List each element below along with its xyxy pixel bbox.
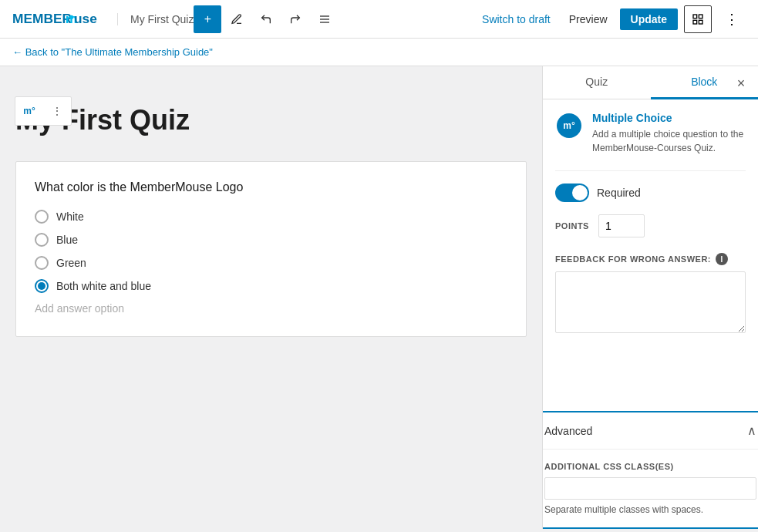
feedback-label: FEEDBACK FOR WRONG ANSWER: i	[555, 253, 746, 265]
view-toggle-button[interactable]	[684, 5, 712, 33]
preview-button[interactable]: Preview	[563, 8, 614, 30]
pen-icon	[231, 13, 243, 25]
answer-option-2: Blue	[35, 233, 507, 247]
answer-label-both: Both white and blue	[56, 280, 151, 292]
answer-option-1: White	[35, 210, 507, 224]
answer-label-green: Green	[56, 257, 86, 269]
logo-area: MEMBER m use My First Quiz	[12, 8, 194, 31]
list-icon	[318, 13, 331, 25]
required-label: Required	[597, 187, 641, 199]
advanced-section: Advanced ∧ ADDITIONAL CSS CLASS(ES) Sepa…	[542, 411, 758, 529]
advanced-label: Advanced	[544, 425, 592, 437]
logo-svg: MEMBER m use	[12, 8, 105, 31]
block-info: m° Multiple Choice Add a multiple choice…	[555, 112, 746, 155]
add-block-button[interactable]: +	[194, 5, 221, 33]
toolbar: +	[194, 5, 476, 33]
answer-options: White Blue Green Both white and blue	[35, 210, 507, 293]
quiz-title: My First Quiz	[15, 103, 527, 136]
info-icon[interactable]: i	[716, 253, 728, 265]
page-title-top: My First Quiz	[117, 13, 194, 25]
advanced-header[interactable]: Advanced ∧	[542, 412, 758, 449]
radio-blue[interactable]	[35, 233, 49, 247]
svg-point-3	[69, 15, 73, 19]
redo-button[interactable]	[281, 5, 309, 33]
svg-text:MEMBER: MEMBER	[12, 11, 72, 26]
feedback-label-text: FEEDBACK FOR WRONG ANSWER:	[555, 254, 711, 264]
mm-logo: MEMBER m use	[12, 8, 105, 31]
breadcrumb-link[interactable]: ← Back to "The Ultimate Membership Guide…	[12, 46, 213, 58]
editor-canvas: m° ⋮ My First Quiz What color is the Mem…	[15, 97, 527, 337]
css-classes-label: ADDITIONAL CSS CLASS(ES)	[544, 462, 756, 471]
editor-wrapper: m° ⋮ My First Quiz What color is the Mem…	[0, 66, 758, 529]
radio-green[interactable]	[35, 256, 49, 270]
more-options-button[interactable]: ⋮	[718, 5, 746, 33]
block-desc-text: Add a multiple choice question to the Me…	[592, 127, 746, 155]
css-classes-input[interactable]	[544, 477, 756, 500]
required-toggle[interactable]	[555, 184, 589, 202]
pen-button[interactable]	[223, 5, 251, 33]
block-icon-button[interactable]: m°	[15, 97, 43, 125]
block-mm-icon: m°	[23, 106, 35, 116]
undo-icon	[260, 13, 272, 25]
toolbar-actions: Switch to draft Preview Update ⋮	[476, 5, 746, 33]
quiz-title-block-wrapper: m° ⋮ My First Quiz	[15, 97, 527, 143]
update-button[interactable]: Update	[620, 8, 678, 30]
block-icon-inner: m°	[557, 113, 581, 138]
block-toolbar-title: m° ⋮	[15, 96, 72, 126]
chevron-up-icon: ∧	[747, 423, 756, 438]
block-more-button[interactable]: ⋮	[43, 97, 71, 125]
sidebar-tabs: Quiz Block ×	[543, 66, 758, 99]
sidebar-divider	[555, 170, 746, 171]
switch-draft-button[interactable]: Switch to draft	[476, 8, 557, 30]
radio-white[interactable]	[35, 210, 49, 224]
points-label: POINTS	[555, 221, 589, 231]
sidebar-close-button[interactable]: ×	[730, 72, 752, 94]
svg-rect-9	[699, 20, 702, 24]
quiz-title-block: My First Quiz	[15, 97, 527, 143]
answer-label-blue: Blue	[56, 234, 78, 246]
answer-label-white: White	[56, 210, 84, 223]
advanced-content: ADDITIONAL CSS CLASS(ES) Separate multip…	[542, 449, 758, 527]
sidebar-content: m° Multiple Choice Add a multiple choice…	[543, 99, 758, 411]
svg-rect-10	[693, 20, 697, 24]
svg-rect-7	[693, 15, 697, 19]
redo-icon	[289, 13, 302, 25]
css-hint-text: Separate multiple classes with spaces.	[544, 504, 756, 515]
answer-option-4: Both white and blue	[35, 279, 507, 293]
block-title: Multiple Choice	[592, 112, 746, 124]
required-row: Required	[555, 184, 746, 202]
list-view-button[interactable]	[311, 5, 339, 33]
question-text: What color is the MemberMouse Logo	[35, 180, 507, 194]
svg-text:use: use	[74, 11, 97, 26]
block-description: Multiple Choice Add a multiple choice qu…	[592, 112, 746, 155]
block-icon-area: m°	[555, 112, 583, 140]
view-icon	[692, 13, 704, 25]
breadcrumb-bar: ← Back to "The Ultimate Membership Guide…	[0, 39, 758, 66]
breadcrumb-arrow: ←	[12, 46, 22, 58]
svg-rect-8	[699, 15, 702, 19]
top-bar: MEMBER m use My First Quiz + Switch to d…	[0, 0, 758, 39]
quiz-question-block[interactable]: What color is the MemberMouse Logo White…	[15, 161, 527, 337]
radio-both[interactable]	[35, 279, 49, 293]
add-answer-link[interactable]: Add answer option	[35, 299, 124, 318]
points-row: POINTS	[555, 214, 746, 237]
undo-button[interactable]	[252, 5, 280, 33]
breadcrumb-text: Back to "The Ultimate Membership Guide"	[25, 46, 213, 58]
editor-main: m° ⋮ My First Quiz What color is the Mem…	[0, 66, 542, 529]
feedback-section: FEEDBACK FOR WRONG ANSWER: i	[555, 253, 746, 351]
answer-option-3: Green	[35, 256, 507, 270]
points-input[interactable]	[598, 214, 645, 237]
tab-quiz[interactable]: Quiz	[543, 66, 651, 99]
sidebar-panel: Quiz Block × m° Multiple Choice Add a mu…	[542, 66, 758, 529]
feedback-textarea[interactable]	[555, 271, 746, 333]
